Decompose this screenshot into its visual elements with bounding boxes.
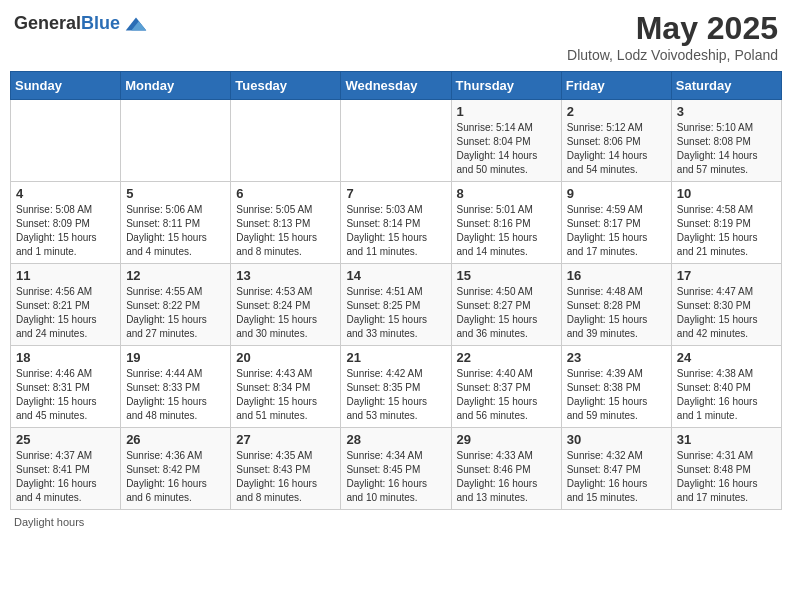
calendar-cell: 1Sunrise: 5:14 AM Sunset: 8:04 PM Daylig… (451, 100, 561, 182)
calendar-cell: 11Sunrise: 4:56 AM Sunset: 8:21 PM Dayli… (11, 264, 121, 346)
day-info: Sunrise: 5:12 AM Sunset: 8:06 PM Dayligh… (567, 121, 666, 177)
day-number: 30 (567, 432, 666, 447)
calendar-cell: 17Sunrise: 4:47 AM Sunset: 8:30 PM Dayli… (671, 264, 781, 346)
day-number: 15 (457, 268, 556, 283)
calendar-cell (231, 100, 341, 182)
calendar-cell: 10Sunrise: 4:58 AM Sunset: 8:19 PM Dayli… (671, 182, 781, 264)
calendar-table: SundayMondayTuesdayWednesdayThursdayFrid… (10, 71, 782, 510)
calendar-cell (121, 100, 231, 182)
calendar-cell (341, 100, 451, 182)
calendar-cell: 23Sunrise: 4:39 AM Sunset: 8:38 PM Dayli… (561, 346, 671, 428)
day-info: Sunrise: 4:35 AM Sunset: 8:43 PM Dayligh… (236, 449, 335, 505)
calendar-cell: 18Sunrise: 4:46 AM Sunset: 8:31 PM Dayli… (11, 346, 121, 428)
day-number: 19 (126, 350, 225, 365)
day-info: Sunrise: 5:06 AM Sunset: 8:11 PM Dayligh… (126, 203, 225, 259)
day-info: Sunrise: 4:39 AM Sunset: 8:38 PM Dayligh… (567, 367, 666, 423)
day-info: Sunrise: 5:05 AM Sunset: 8:13 PM Dayligh… (236, 203, 335, 259)
calendar-cell: 12Sunrise: 4:55 AM Sunset: 8:22 PM Dayli… (121, 264, 231, 346)
calendar-cell: 25Sunrise: 4:37 AM Sunset: 8:41 PM Dayli… (11, 428, 121, 510)
calendar-cell: 30Sunrise: 4:32 AM Sunset: 8:47 PM Dayli… (561, 428, 671, 510)
calendar-cell: 13Sunrise: 4:53 AM Sunset: 8:24 PM Dayli… (231, 264, 341, 346)
calendar-cell: 14Sunrise: 4:51 AM Sunset: 8:25 PM Dayli… (341, 264, 451, 346)
day-number: 24 (677, 350, 776, 365)
day-info: Sunrise: 4:48 AM Sunset: 8:28 PM Dayligh… (567, 285, 666, 341)
calendar-header-row: SundayMondayTuesdayWednesdayThursdayFrid… (11, 72, 782, 100)
day-info: Sunrise: 5:14 AM Sunset: 8:04 PM Dayligh… (457, 121, 556, 177)
day-number: 13 (236, 268, 335, 283)
day-info: Sunrise: 4:40 AM Sunset: 8:37 PM Dayligh… (457, 367, 556, 423)
page-header: GeneralBlue May 2025 Dlutow, Lodz Voivod… (10, 10, 782, 63)
day-number: 20 (236, 350, 335, 365)
day-number: 5 (126, 186, 225, 201)
day-number: 31 (677, 432, 776, 447)
day-number: 29 (457, 432, 556, 447)
day-number: 21 (346, 350, 445, 365)
footer: Daylight hours (10, 516, 782, 528)
day-number: 2 (567, 104, 666, 119)
calendar-week-row: 11Sunrise: 4:56 AM Sunset: 8:21 PM Dayli… (11, 264, 782, 346)
calendar-cell: 16Sunrise: 4:48 AM Sunset: 8:28 PM Dayli… (561, 264, 671, 346)
calendar-day-header: Wednesday (341, 72, 451, 100)
location-title: Dlutow, Lodz Voivodeship, Poland (567, 47, 778, 63)
day-number: 14 (346, 268, 445, 283)
day-number: 18 (16, 350, 115, 365)
calendar-cell: 20Sunrise: 4:43 AM Sunset: 8:34 PM Dayli… (231, 346, 341, 428)
day-info: Sunrise: 4:42 AM Sunset: 8:35 PM Dayligh… (346, 367, 445, 423)
day-info: Sunrise: 4:37 AM Sunset: 8:41 PM Dayligh… (16, 449, 115, 505)
day-info: Sunrise: 4:31 AM Sunset: 8:48 PM Dayligh… (677, 449, 776, 505)
day-info: Sunrise: 4:36 AM Sunset: 8:42 PM Dayligh… (126, 449, 225, 505)
daylight-hours-label: Daylight hours (14, 516, 84, 528)
day-number: 10 (677, 186, 776, 201)
logo-blue-text: Blue (81, 13, 120, 33)
day-info: Sunrise: 4:32 AM Sunset: 8:47 PM Dayligh… (567, 449, 666, 505)
calendar-week-row: 25Sunrise: 4:37 AM Sunset: 8:41 PM Dayli… (11, 428, 782, 510)
calendar-cell: 21Sunrise: 4:42 AM Sunset: 8:35 PM Dayli… (341, 346, 451, 428)
calendar-week-row: 1Sunrise: 5:14 AM Sunset: 8:04 PM Daylig… (11, 100, 782, 182)
calendar-cell (11, 100, 121, 182)
day-info: Sunrise: 4:44 AM Sunset: 8:33 PM Dayligh… (126, 367, 225, 423)
day-info: Sunrise: 5:03 AM Sunset: 8:14 PM Dayligh… (346, 203, 445, 259)
day-info: Sunrise: 4:47 AM Sunset: 8:30 PM Dayligh… (677, 285, 776, 341)
title-block: May 2025 Dlutow, Lodz Voivodeship, Polan… (567, 10, 778, 63)
calendar-cell: 22Sunrise: 4:40 AM Sunset: 8:37 PM Dayli… (451, 346, 561, 428)
day-number: 3 (677, 104, 776, 119)
calendar-cell: 9Sunrise: 4:59 AM Sunset: 8:17 PM Daylig… (561, 182, 671, 264)
calendar-cell: 26Sunrise: 4:36 AM Sunset: 8:42 PM Dayli… (121, 428, 231, 510)
calendar-day-header: Tuesday (231, 72, 341, 100)
calendar-cell: 29Sunrise: 4:33 AM Sunset: 8:46 PM Dayli… (451, 428, 561, 510)
calendar-cell: 27Sunrise: 4:35 AM Sunset: 8:43 PM Dayli… (231, 428, 341, 510)
day-info: Sunrise: 5:08 AM Sunset: 8:09 PM Dayligh… (16, 203, 115, 259)
day-info: Sunrise: 4:53 AM Sunset: 8:24 PM Dayligh… (236, 285, 335, 341)
day-info: Sunrise: 4:50 AM Sunset: 8:27 PM Dayligh… (457, 285, 556, 341)
calendar-cell: 5Sunrise: 5:06 AM Sunset: 8:11 PM Daylig… (121, 182, 231, 264)
calendar-day-header: Sunday (11, 72, 121, 100)
day-number: 23 (567, 350, 666, 365)
day-info: Sunrise: 4:55 AM Sunset: 8:22 PM Dayligh… (126, 285, 225, 341)
day-info: Sunrise: 5:01 AM Sunset: 8:16 PM Dayligh… (457, 203, 556, 259)
calendar-day-header: Friday (561, 72, 671, 100)
calendar-cell: 24Sunrise: 4:38 AM Sunset: 8:40 PM Dayli… (671, 346, 781, 428)
day-number: 28 (346, 432, 445, 447)
day-number: 11 (16, 268, 115, 283)
day-number: 17 (677, 268, 776, 283)
calendar-cell: 28Sunrise: 4:34 AM Sunset: 8:45 PM Dayli… (341, 428, 451, 510)
day-number: 22 (457, 350, 556, 365)
day-info: Sunrise: 4:56 AM Sunset: 8:21 PM Dayligh… (16, 285, 115, 341)
day-number: 6 (236, 186, 335, 201)
day-number: 7 (346, 186, 445, 201)
logo: GeneralBlue (14, 10, 150, 38)
calendar-cell: 31Sunrise: 4:31 AM Sunset: 8:48 PM Dayli… (671, 428, 781, 510)
day-info: Sunrise: 4:43 AM Sunset: 8:34 PM Dayligh… (236, 367, 335, 423)
calendar-cell: 19Sunrise: 4:44 AM Sunset: 8:33 PM Dayli… (121, 346, 231, 428)
day-number: 1 (457, 104, 556, 119)
day-number: 9 (567, 186, 666, 201)
day-info: Sunrise: 5:10 AM Sunset: 8:08 PM Dayligh… (677, 121, 776, 177)
day-info: Sunrise: 4:59 AM Sunset: 8:17 PM Dayligh… (567, 203, 666, 259)
day-info: Sunrise: 4:58 AM Sunset: 8:19 PM Dayligh… (677, 203, 776, 259)
calendar-cell: 15Sunrise: 4:50 AM Sunset: 8:27 PM Dayli… (451, 264, 561, 346)
logo-icon (122, 10, 150, 38)
calendar-day-header: Saturday (671, 72, 781, 100)
day-number: 8 (457, 186, 556, 201)
calendar-cell: 8Sunrise: 5:01 AM Sunset: 8:16 PM Daylig… (451, 182, 561, 264)
day-info: Sunrise: 4:51 AM Sunset: 8:25 PM Dayligh… (346, 285, 445, 341)
